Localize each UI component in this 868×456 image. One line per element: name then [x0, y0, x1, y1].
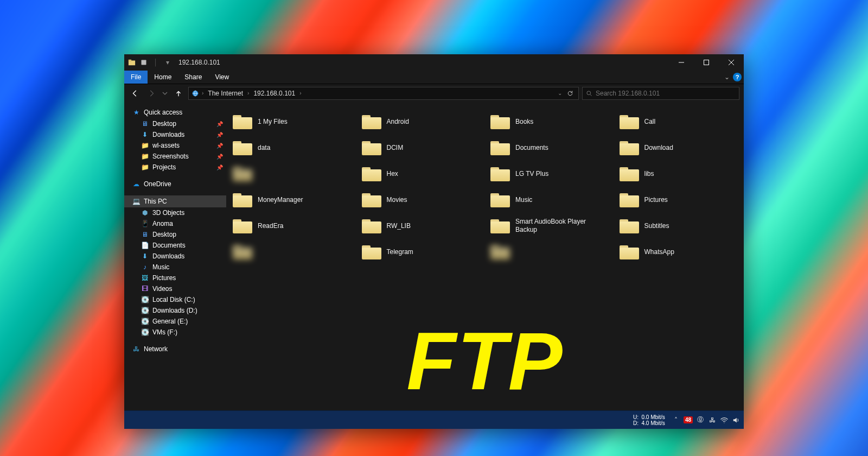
sidebar-item-downloads[interactable]: ⬇Downloads: [124, 251, 226, 262]
pin-icon: 📌: [216, 143, 223, 149]
tab-share[interactable]: Share: [178, 71, 208, 84]
tab-view[interactable]: View: [208, 71, 235, 84]
sidebar-item-wlassets[interactable]: 📁 wl-assets 📌: [124, 140, 226, 151]
sidebar-item-label: VMs (F:): [152, 328, 177, 336]
folder-item[interactable]: Hex: [360, 161, 482, 187]
folder-item[interactable]: Music: [488, 187, 611, 213]
sidebar-label: Network: [144, 345, 168, 353]
title-bar[interactable]: │ ▾ 192.168.0.101: [124, 54, 744, 71]
sidebar-item-drive-c[interactable]: 💽Local Disk (C:): [124, 294, 226, 305]
nav-bar: › The Internet › 192.168.0.101 › ⌄: [124, 84, 744, 102]
folder-item[interactable]: ReadEra: [231, 213, 353, 239]
folder-item[interactable]: Books: [488, 109, 611, 135]
sidebar-quick-access[interactable]: ★ Quick access: [124, 106, 226, 118]
folder-item[interactable]: MoneyManager: [231, 187, 353, 213]
folder-icon: [362, 244, 381, 259]
sidebar-item-projects[interactable]: 📁 Projects 📌: [124, 162, 226, 173]
folder-label: Subtitles: [644, 222, 669, 230]
sidebar-item-pictures[interactable]: 🖼Pictures: [124, 273, 226, 283]
tray-chevron-icon[interactable]: ˄: [672, 416, 680, 425]
sidebar-item-drive-f[interactable]: 💽VMs (F:): [124, 327, 226, 338]
tab-home[interactable]: Home: [148, 71, 178, 84]
folder-item[interactable]: [231, 161, 353, 187]
folder-label: data: [258, 144, 270, 152]
network-icon: 🖧: [132, 345, 141, 353]
file-list[interactable]: 1 My FilesAndroidBooksCalldataDCIMDocume…: [226, 102, 744, 429]
sidebar-item-desktop[interactable]: 🖥 Desktop 📌: [124, 118, 226, 129]
sidebar-item-label: Pictures: [152, 274, 176, 282]
folder-item[interactable]: Documents: [488, 135, 611, 161]
folder-item[interactable]: LG TV Plus: [488, 161, 611, 187]
folder-icon: [233, 192, 252, 207]
breadcrumb-chevron-icon[interactable]: ›: [201, 90, 205, 96]
search-input[interactable]: [596, 90, 736, 97]
minimize-button[interactable]: [669, 54, 694, 71]
sidebar-item-3dobjects[interactable]: ⬢3D Objects: [124, 207, 226, 218]
sidebar-item-drive-d[interactable]: 💽Downloads (D:): [124, 305, 226, 316]
folder-item[interactable]: data: [231, 135, 353, 161]
folder-item[interactable]: RW_LIB: [360, 213, 482, 239]
search-icon: [586, 90, 592, 97]
breadcrumb-chevron-icon[interactable]: ›: [298, 90, 302, 96]
sidebar-item-documents[interactable]: 📄Documents: [124, 240, 226, 251]
folder-item[interactable]: WhatsApp: [617, 239, 740, 265]
folder-item[interactable]: Pictures: [617, 187, 740, 213]
pin-icon: 📌: [216, 164, 223, 170]
sidebar-label: OneDrive: [144, 180, 171, 188]
tray-wifi-icon[interactable]: [720, 416, 729, 425]
recent-locations-button[interactable]: [161, 87, 169, 100]
folder-item[interactable]: [231, 239, 353, 265]
forward-button[interactable]: [145, 87, 158, 100]
folder-item[interactable]: DCIM: [360, 135, 482, 161]
sidebar-item-drive-e[interactable]: 💽General (E:): [124, 316, 226, 327]
folder-item[interactable]: Android: [360, 109, 482, 135]
sidebar-onedrive[interactable]: ☁ OneDrive: [124, 178, 226, 190]
sidebar-item-screenshots[interactable]: 📁 Screenshots 📌: [124, 151, 226, 162]
tray-network-icon[interactable]: 🖧: [708, 416, 717, 425]
folder-item[interactable]: Subtitles: [617, 213, 740, 239]
desktop-icon: 🖥: [141, 119, 149, 128]
app-icon: [127, 58, 136, 67]
sidebar-item-desktop[interactable]: 🖥Desktop: [124, 229, 226, 240]
address-history-icon[interactable]: ⌄: [557, 90, 563, 96]
refresh-button[interactable]: [564, 90, 576, 97]
sidebar-item-downloads[interactable]: ⬇ Downloads 📌: [124, 129, 226, 140]
onedrive-icon: ☁: [132, 180, 141, 188]
sidebar-item-music[interactable]: ♪Music: [124, 262, 226, 273]
folder-item[interactable]: [488, 239, 611, 265]
help-icon[interactable]: ?: [733, 73, 742, 81]
window-title: 192.168.0.101: [175, 59, 224, 66]
sidebar-item-label: Downloads: [152, 252, 184, 260]
sidebar-label: This PC: [144, 198, 167, 205]
maximize-button[interactable]: [694, 54, 719, 71]
breadcrumb-segment[interactable]: The Internet: [206, 90, 245, 97]
sidebar-item-videos[interactable]: 🎞Videos: [124, 283, 226, 294]
folder-item[interactable]: Smart AudioBook Player Backup: [488, 213, 611, 239]
folder-item[interactable]: Call: [617, 109, 740, 135]
tab-file[interactable]: File: [124, 71, 148, 84]
tray-app-icon[interactable]: ⓖ: [696, 416, 705, 425]
breadcrumb-segment[interactable]: 192.168.0.101: [251, 90, 297, 97]
back-button[interactable]: [129, 87, 142, 100]
taskbar[interactable]: U: 0.0 Mbit/s D: 4.0 Mbit/s ˄ 48 ⓖ 🖧: [124, 410, 744, 429]
tray-volume-icon[interactable]: [732, 416, 741, 425]
sidebar-network[interactable]: 🖧 Network: [124, 343, 226, 355]
address-bar[interactable]: › The Internet › 192.168.0.101 › ⌄: [188, 87, 579, 100]
breadcrumb-chevron-icon[interactable]: ›: [246, 90, 250, 96]
folder-item[interactable]: libs: [617, 161, 740, 187]
ribbon-collapse-icon[interactable]: ⌄: [724, 73, 730, 81]
up-button[interactable]: [172, 87, 185, 100]
close-button[interactable]: [719, 54, 744, 71]
sidebar-item-anoma[interactable]: 📱Anoma: [124, 218, 226, 229]
folder-label: libs: [644, 170, 654, 178]
sidebar-this-pc[interactable]: 💻 This PC: [124, 195, 226, 207]
tray-temperature-badge[interactable]: 48: [684, 416, 693, 423]
folder-item[interactable]: Movies: [360, 187, 482, 213]
search-box[interactable]: [582, 87, 739, 100]
folder-item[interactable]: 1 My Files: [231, 109, 353, 135]
qat-dropdown-icon[interactable]: ▾: [163, 58, 172, 67]
folder-item[interactable]: Download: [617, 135, 740, 161]
folder-item[interactable]: Telegram: [360, 239, 482, 265]
folder-icon: [620, 218, 639, 233]
qat-properties-icon[interactable]: [139, 58, 148, 67]
